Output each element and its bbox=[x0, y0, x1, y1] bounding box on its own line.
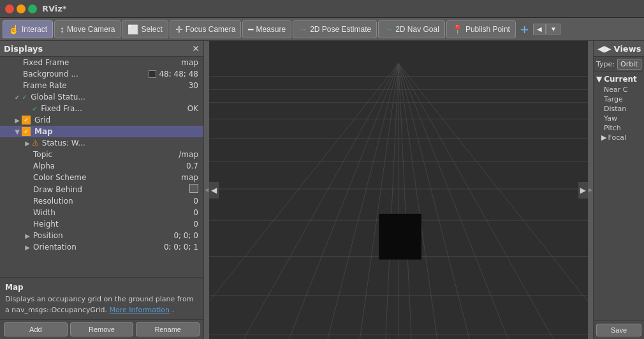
displays-title: Displays bbox=[4, 44, 43, 54]
views-item-yaw[interactable]: Yaw bbox=[596, 114, 641, 123]
tree-row[interactable]: Fixed Frame map bbox=[0, 57, 203, 68]
expand-icon: ▶ bbox=[23, 140, 32, 147]
tree-row[interactable]: Alpha 0.7 bbox=[0, 160, 203, 172]
main-layout: Displays ✕ Fixed Frame map Background ..… bbox=[0, 41, 644, 339]
resize-handle-right[interactable]: ▶ bbox=[588, 41, 593, 339]
select-button[interactable]: ⬜ Select bbox=[122, 20, 168, 38]
nav-icon: → bbox=[384, 24, 393, 34]
color-swatch bbox=[149, 70, 156, 78]
tree-row[interactable]: ▶ Orientation 0; 0; 0; 1 bbox=[0, 241, 203, 253]
expand-icon: ▶ bbox=[23, 232, 32, 239]
toolbar-next[interactable]: ▼ bbox=[546, 24, 560, 34]
tree-row[interactable]: Color Scheme map bbox=[0, 172, 203, 183]
pose-icon: → bbox=[298, 24, 307, 34]
tree-row[interactable]: Resolution 0 bbox=[0, 195, 203, 207]
expand-icon: ▶ bbox=[23, 244, 32, 251]
views-header: ◀▶ Views bbox=[594, 41, 644, 57]
description-link[interactable]: More Information bbox=[110, 306, 170, 314]
close-button[interactable] bbox=[5, 4, 14, 13]
tree-row[interactable]: ✓ Fixed Fra... OK bbox=[0, 103, 203, 114]
views-item-near[interactable]: Near C bbox=[596, 85, 641, 94]
publish-point-button[interactable]: 📍 Publish Point bbox=[446, 20, 516, 38]
viewport[interactable]: ◀ ▶ bbox=[209, 41, 588, 339]
warning-icon: ⚠ bbox=[32, 139, 39, 147]
tree-row[interactable]: ▶ ⚠ Status: W... bbox=[0, 137, 203, 149]
tree-row[interactable]: Topic /map bbox=[0, 149, 203, 160]
description-area: Map Displays an occupancy grid on the gr… bbox=[0, 277, 203, 319]
pose-estimate-button[interactable]: → 2D Pose Estimate bbox=[293, 20, 377, 38]
tree-row[interactable]: Background ... 48; 48; 48 bbox=[0, 68, 203, 80]
tree-area[interactable]: Fixed Frame map Background ... 48; 48; 4… bbox=[0, 57, 203, 277]
views-item-target[interactable]: Targe bbox=[596, 94, 641, 104]
current-title: ▼ Current bbox=[596, 73, 641, 85]
check-icon: ✓ bbox=[22, 93, 27, 102]
tree-row[interactable]: ✓ ✓ Global Statu... bbox=[0, 91, 203, 103]
description-suffix: . bbox=[172, 306, 175, 314]
measure-button[interactable]: ━ Measure bbox=[242, 20, 291, 38]
bottom-buttons: Add Remove Rename bbox=[0, 319, 203, 339]
maximize-button[interactable] bbox=[28, 4, 37, 13]
focal-expand-icon: ▶ bbox=[601, 133, 606, 142]
measure-icon: ━ bbox=[248, 24, 253, 34]
tree-row[interactable]: Draw Behind bbox=[0, 183, 203, 195]
toolbar: ☝ Interact ↕ Move Camera ⬜ Select ✛ Focu… bbox=[0, 18, 644, 41]
displays-header: Displays ✕ bbox=[0, 41, 203, 57]
rename-button[interactable]: Rename bbox=[136, 322, 200, 336]
views-item-distance[interactable]: Distan bbox=[596, 104, 641, 114]
current-section: ▼ Current Near C Targe Distan Yaw Pitch … bbox=[594, 72, 644, 144]
select-icon: ⬜ bbox=[128, 24, 138, 34]
expand-icon: ✓ bbox=[13, 94, 22, 101]
add-tool-button[interactable]: + bbox=[517, 22, 532, 36]
move-camera-button[interactable]: ↕ Move Camera bbox=[54, 20, 121, 38]
titlebar: RViz* bbox=[0, 0, 644, 18]
views-title: Views bbox=[614, 44, 641, 54]
views-icon: ◀▶ bbox=[597, 43, 611, 54]
resize-handle-left[interactable]: ◀ bbox=[204, 41, 209, 339]
tree-row[interactable]: Frame Rate 30 bbox=[0, 80, 203, 91]
expand-icon: ▶ bbox=[13, 117, 22, 124]
window-title: RViz* bbox=[42, 4, 67, 13]
window-controls[interactable] bbox=[5, 4, 37, 13]
tree-row[interactable]: Height 0 bbox=[0, 218, 203, 230]
viewport-left-arrow[interactable]: ◀ bbox=[209, 182, 219, 199]
cursor-icon: ☝ bbox=[8, 24, 19, 34]
left-panel: Displays ✕ Fixed Frame map Background ..… bbox=[0, 41, 204, 339]
move-camera-icon: ↕ bbox=[60, 24, 64, 34]
expand-icon: ▼ bbox=[13, 128, 22, 135]
tree-row[interactable]: Width 0 bbox=[0, 207, 203, 218]
add-button[interactable]: Add bbox=[4, 322, 68, 336]
draw-behind-checkbox[interactable] bbox=[189, 184, 198, 193]
type-value[interactable]: Orbit bbox=[617, 59, 641, 70]
toolbar-prev[interactable]: ◀ bbox=[533, 24, 546, 34]
svg-rect-25 bbox=[379, 214, 421, 260]
type-label: Type: bbox=[596, 60, 615, 68]
toolbar-nav[interactable]: ◀ ▼ bbox=[533, 24, 560, 34]
views-item-pitch[interactable]: Pitch bbox=[596, 123, 641, 133]
displays-close-button[interactable]: ✕ bbox=[192, 43, 200, 54]
nav-goal-button[interactable]: → 2D Nav Goal bbox=[378, 20, 445, 38]
viewport-right-arrow[interactable]: ▶ bbox=[578, 182, 588, 199]
focus-icon: ✛ bbox=[175, 24, 183, 34]
right-panel: ◀▶ Views Type: Orbit ▼ Current Near C Ta… bbox=[593, 41, 644, 339]
tree-row[interactable]: ▼ ✓ Map bbox=[0, 126, 203, 137]
tree-row[interactable]: ▶ ✓ Grid bbox=[0, 114, 203, 126]
remove-button[interactable]: Remove bbox=[70, 322, 134, 336]
minimize-button[interactable] bbox=[17, 4, 26, 13]
checkbox-orange[interactable]: ✓ bbox=[22, 116, 31, 124]
current-expand-icon: ▼ bbox=[596, 75, 602, 84]
description-title: Map bbox=[5, 282, 198, 293]
focus-camera-button[interactable]: ✛ Focus Camera bbox=[170, 20, 242, 38]
views-item-focal[interactable]: ▶ Focal bbox=[596, 133, 641, 142]
check-icon: ✓ bbox=[32, 105, 38, 113]
checkbox-orange[interactable]: ✓ bbox=[22, 127, 31, 136]
interact-button[interactable]: ☝ Interact bbox=[3, 20, 53, 38]
save-button[interactable]: Save bbox=[596, 324, 641, 336]
grid-canvas bbox=[209, 41, 588, 339]
tree-row[interactable]: ▶ Position 0; 0; 0 bbox=[0, 230, 203, 241]
pin-icon: 📍 bbox=[452, 24, 463, 34]
views-type-row: Type: Orbit bbox=[594, 57, 644, 72]
